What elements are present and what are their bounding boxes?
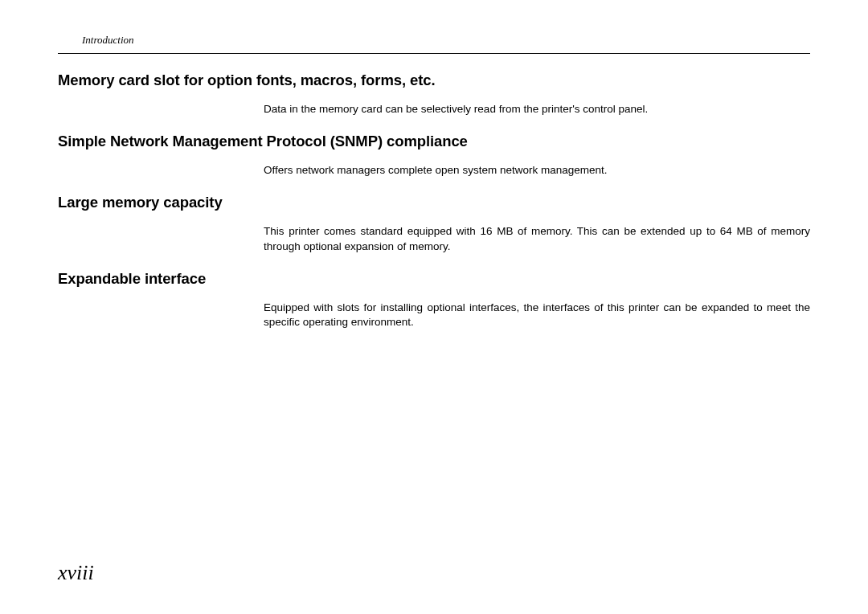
section-body: Equipped with slots for installing optio… <box>264 301 810 330</box>
header-label: Introduction <box>82 34 810 47</box>
section-body: Offers network managers complete open sy… <box>264 163 810 178</box>
header-rule <box>58 53 810 54</box>
section-memory-capacity: Large memory capacity This printer comes… <box>58 194 810 253</box>
section-heading: Memory card slot for option fonts, macro… <box>58 72 810 89</box>
section-heading: Large memory capacity <box>58 194 810 211</box>
section-snmp: Simple Network Management Protocol (SNMP… <box>58 133 810 178</box>
section-heading: Simple Network Management Protocol (SNMP… <box>58 133 810 150</box>
page-number: xviii <box>58 561 94 585</box>
section-body: Data in the memory card can be selective… <box>264 102 810 117</box>
section-body: This printer comes standard equipped wit… <box>264 224 810 253</box>
section-memory-card: Memory card slot for option fonts, macro… <box>58 72 810 117</box>
section-heading: Expandable interface <box>58 270 810 288</box>
section-expandable-interface: Expandable interface Equipped with slots… <box>58 270 810 330</box>
